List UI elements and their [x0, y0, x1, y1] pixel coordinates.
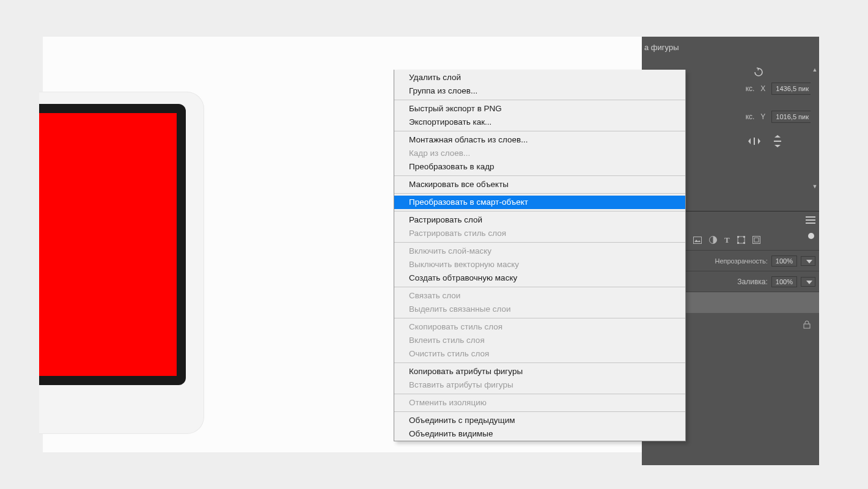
- menu-item[interactable]: Монтажная область из слоев...: [394, 133, 685, 147]
- menu-item[interactable]: Объединить с предыдущим: [394, 414, 685, 427]
- menu-item: Растрировать стиль слоя: [394, 227, 685, 240]
- menu-separator: [394, 175, 685, 176]
- fill-chevron[interactable]: [801, 277, 815, 287]
- menu-item: Связать слои: [394, 289, 685, 303]
- filter-shape-icon[interactable]: [737, 236, 745, 244]
- app-window: а фигуры кс. X 1436,5 пик кс. Y 1016,5 п…: [43, 37, 819, 452]
- menu-item[interactable]: Группа из слоев...: [394, 84, 685, 98]
- menu-item: Вклеить стиль слоя: [394, 334, 685, 347]
- svg-rect-9: [743, 236, 745, 238]
- menu-separator: [394, 394, 685, 394]
- menu-item[interactable]: Удалить слой: [394, 71, 685, 84]
- x-label: X: [759, 84, 767, 93]
- menu-item[interactable]: Быстрый экспорт в PNG: [394, 102, 685, 116]
- svg-rect-3: [806, 219, 815, 221]
- svg-rect-8: [737, 236, 739, 238]
- fill-label: Заливка:: [737, 278, 768, 286]
- layer-context-menu: Удалить слойГруппа из слоев...Быстрый эк…: [394, 70, 686, 441]
- menu-separator: [394, 131, 685, 131]
- menu-item[interactable]: Преобразовать в смарт-объект: [394, 196, 685, 209]
- menu-item[interactable]: Маскировать все объекты: [394, 178, 685, 191]
- menu-item: Выделить связанные слои: [394, 303, 685, 316]
- properties-scrollbar[interactable]: ▲ ▼: [811, 67, 819, 189]
- menu-separator: [394, 211, 685, 211]
- menu-item: Включить слой-маску: [394, 244, 685, 258]
- svg-rect-4: [806, 222, 815, 224]
- menu-item[interactable]: Объединить видимые: [394, 427, 685, 441]
- px-suffix: кс.: [746, 84, 755, 93]
- menu-separator: [394, 318, 685, 318]
- svg-rect-16: [804, 324, 810, 328]
- filter-image-icon[interactable]: [693, 237, 702, 244]
- svg-rect-13: [754, 238, 759, 242]
- fill-value[interactable]: 100%: [771, 276, 797, 287]
- scroll-up-icon[interactable]: ▲: [812, 67, 818, 73]
- y-input[interactable]: 1016,5 пик: [771, 111, 813, 123]
- menu-item: Вставить атрибуты фигуры: [394, 378, 685, 392]
- filter-icons: T: [693, 235, 760, 245]
- filter-smart-icon[interactable]: [752, 236, 760, 244]
- svg-rect-5: [694, 237, 702, 243]
- menu-item: Выключить векторную маску: [394, 258, 685, 271]
- svg-rect-0: [754, 138, 755, 145]
- x-input[interactable]: 1436,5 пик: [771, 83, 813, 95]
- svg-rect-12: [752, 237, 760, 244]
- svg-rect-11: [743, 242, 745, 244]
- menu-item: Кадр из слоев...: [394, 147, 685, 160]
- menu-item[interactable]: Создать обтравочную маску: [394, 271, 685, 285]
- properties-title: а фигуры: [642, 37, 819, 58]
- flip-vertical-icon[interactable]: [773, 135, 782, 147]
- opacity-chevron[interactable]: [801, 256, 815, 266]
- svg-rect-1: [774, 141, 781, 142]
- opacity-label: Непрозрачность:: [715, 257, 767, 265]
- svg-rect-10: [737, 242, 739, 244]
- filter-type-icon[interactable]: T: [724, 235, 730, 245]
- reset-icon[interactable]: [753, 67, 764, 77]
- panel-menu-icon[interactable]: [806, 216, 815, 224]
- menu-separator: [394, 242, 685, 243]
- filter-toggle[interactable]: [808, 233, 814, 239]
- menu-separator: [394, 362, 685, 363]
- menu-item[interactable]: Растрировать слой: [394, 213, 685, 227]
- menu-item: Очистить стиль слоя: [394, 347, 685, 361]
- menu-separator: [394, 100, 685, 100]
- menu-item[interactable]: Экспортировать как...: [394, 116, 685, 129]
- flip-horizontal-icon[interactable]: [748, 136, 760, 146]
- opacity-value[interactable]: 100%: [771, 256, 797, 267]
- shape-rectangle[interactable]: [39, 113, 177, 376]
- menu-item: Скопировать стиль слоя: [394, 320, 685, 334]
- px-suffix: кс.: [746, 112, 755, 121]
- y-label: Y: [759, 112, 767, 121]
- menu-separator: [394, 411, 685, 412]
- menu-item: Отменить изоляцию: [394, 396, 685, 410]
- monitor-mockup: [39, 92, 204, 434]
- menu-item[interactable]: Копировать атрибуты фигуры: [394, 365, 685, 378]
- menu-item[interactable]: Преобразовать в кадр: [394, 160, 685, 174]
- scroll-down-icon[interactable]: ▼: [812, 184, 818, 189]
- svg-rect-2: [806, 216, 815, 218]
- filter-adjustment-icon[interactable]: [709, 236, 717, 244]
- layer-lock-icon[interactable]: [803, 320, 811, 329]
- menu-separator: [394, 193, 685, 194]
- menu-separator: [394, 287, 685, 287]
